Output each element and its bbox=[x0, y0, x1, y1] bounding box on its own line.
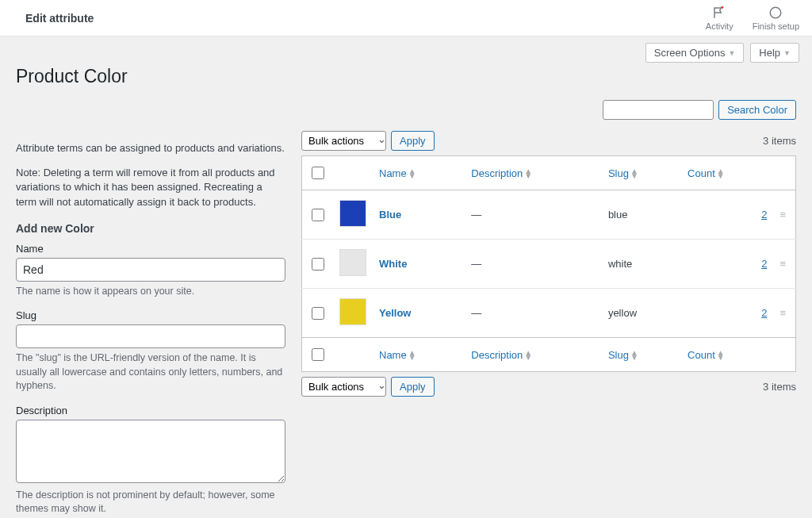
svg-point-0 bbox=[722, 6, 724, 8]
drag-handle-icon[interactable]: ≡ bbox=[773, 240, 795, 289]
finish-setup-label: Finish setup bbox=[753, 21, 799, 31]
select-all-checkbox-top[interactable] bbox=[312, 167, 324, 179]
circle-icon bbox=[768, 6, 783, 20]
slug-input[interactable] bbox=[16, 324, 285, 348]
tablenav-top: Bulk actions Apply 3 items bbox=[301, 131, 796, 151]
swatch-preview bbox=[339, 298, 366, 325]
term-slug: white bbox=[602, 240, 681, 289]
sort-icon: ▲▼ bbox=[408, 351, 416, 360]
row-checkbox[interactable] bbox=[312, 209, 324, 221]
intro-text: Attribute terms can be assigned to produ… bbox=[16, 141, 285, 155]
description-input[interactable] bbox=[16, 420, 285, 483]
sort-icon: ▲▼ bbox=[630, 351, 638, 360]
add-term-panel: Attribute terms can be assigned to produ… bbox=[16, 131, 285, 518]
screen-options-tab[interactable]: Screen Options ▼ bbox=[645, 43, 745, 63]
column-header-count[interactable]: Count▲▼ bbox=[681, 156, 773, 190]
note-text: Note: Deleting a term will remove it fro… bbox=[16, 166, 285, 209]
description-field-label: Description bbox=[16, 405, 285, 416]
sort-icon: ▲▼ bbox=[630, 169, 638, 178]
bulk-actions-select-top[interactable]: Bulk actions bbox=[301, 131, 386, 151]
apply-button-bottom[interactable]: Apply bbox=[391, 377, 435, 397]
row-checkbox[interactable] bbox=[312, 307, 324, 320]
column-header-slug[interactable]: Slug▲▼ bbox=[602, 156, 681, 190]
slug-help: The "slug" is the URL-friendly version o… bbox=[16, 351, 285, 393]
row-checkbox[interactable] bbox=[312, 258, 324, 271]
term-slug: yellow bbox=[602, 289, 681, 338]
help-tab[interactable]: Help ▼ bbox=[750, 43, 799, 63]
table-row: Yellow—yellow2≡ bbox=[302, 289, 796, 338]
chevron-down-icon: ▼ bbox=[728, 49, 735, 57]
sort-icon: ▲▼ bbox=[408, 169, 416, 178]
search-row: Search Color bbox=[16, 100, 796, 120]
chevron-down-icon: ▼ bbox=[783, 49, 791, 57]
swatch-preview bbox=[339, 200, 366, 227]
column-footer-description[interactable]: Description▲▼ bbox=[465, 338, 602, 372]
activity-button[interactable]: Activity bbox=[706, 6, 733, 31]
sort-icon: ▲▼ bbox=[717, 351, 725, 360]
page-breadcrumb: Edit attribute bbox=[25, 12, 94, 25]
item-count-top: 3 items bbox=[763, 135, 796, 147]
topbar-actions: Activity Finish setup bbox=[706, 6, 799, 31]
term-description: — bbox=[465, 289, 602, 338]
drag-handle-icon[interactable]: ≡ bbox=[773, 190, 795, 240]
table-row: White—white2≡ bbox=[302, 240, 796, 289]
slug-field-label: Slug bbox=[16, 309, 285, 321]
activity-label: Activity bbox=[706, 21, 733, 31]
tablenav-bottom: Bulk actions Apply 3 items bbox=[301, 377, 796, 397]
column-footer-count[interactable]: Count▲▼ bbox=[681, 338, 773, 372]
search-input[interactable] bbox=[603, 100, 714, 120]
help-label: Help bbox=[759, 47, 780, 59]
term-name-link[interactable]: Blue bbox=[379, 209, 401, 221]
column-footer-name[interactable]: Name▲▼ bbox=[373, 338, 465, 372]
add-new-heading: Add new Color bbox=[16, 222, 285, 235]
search-button[interactable]: Search Color bbox=[718, 100, 796, 120]
terms-list-panel: Bulk actions Apply 3 items Name▲▼ Descri… bbox=[301, 131, 796, 401]
top-bar: Edit attribute Activity Finish setup bbox=[0, 0, 812, 36]
name-field-label: Name bbox=[16, 243, 285, 255]
screen-tabs: Screen Options ▼ Help ▼ bbox=[0, 36, 812, 63]
name-input[interactable] bbox=[16, 258, 285, 282]
flag-icon bbox=[712, 6, 726, 20]
screen-options-label: Screen Options bbox=[654, 47, 726, 59]
item-count-bottom: 3 items bbox=[763, 381, 796, 393]
column-header-name[interactable]: Name▲▼ bbox=[373, 156, 465, 190]
description-help: The description is not prominent by defa… bbox=[16, 489, 285, 516]
drag-handle-icon[interactable]: ≡ bbox=[773, 289, 795, 338]
term-name-link[interactable]: Yellow bbox=[379, 307, 411, 319]
column-header-description[interactable]: Description▲▼ bbox=[465, 156, 602, 190]
term-count-link[interactable]: 2 bbox=[761, 307, 767, 319]
term-count-link[interactable]: 2 bbox=[761, 258, 767, 270]
finish-setup-button[interactable]: Finish setup bbox=[753, 6, 799, 31]
column-footer-slug[interactable]: Slug▲▼ bbox=[602, 338, 681, 372]
table-row: Blue—blue2≡ bbox=[302, 190, 796, 240]
bulk-actions-select-bottom[interactable]: Bulk actions bbox=[301, 377, 386, 397]
swatch-preview bbox=[339, 249, 366, 276]
svg-point-1 bbox=[771, 7, 782, 18]
page-title: Product Color bbox=[16, 66, 796, 87]
term-slug: blue bbox=[602, 190, 681, 240]
apply-button-top[interactable]: Apply bbox=[391, 131, 435, 151]
sort-icon: ▲▼ bbox=[524, 169, 532, 178]
term-description: — bbox=[465, 190, 602, 240]
term-name-link[interactable]: White bbox=[379, 258, 407, 270]
term-description: — bbox=[465, 240, 602, 289]
terms-table: Name▲▼ Description▲▼ Slug▲▼ Count▲▼ Blue… bbox=[301, 155, 796, 372]
name-help: The name is how it appears on your site. bbox=[16, 285, 285, 299]
sort-icon: ▲▼ bbox=[524, 351, 532, 360]
sort-icon: ▲▼ bbox=[717, 169, 725, 178]
term-count-link[interactable]: 2 bbox=[761, 209, 767, 221]
select-all-checkbox-bottom[interactable] bbox=[312, 348, 324, 361]
